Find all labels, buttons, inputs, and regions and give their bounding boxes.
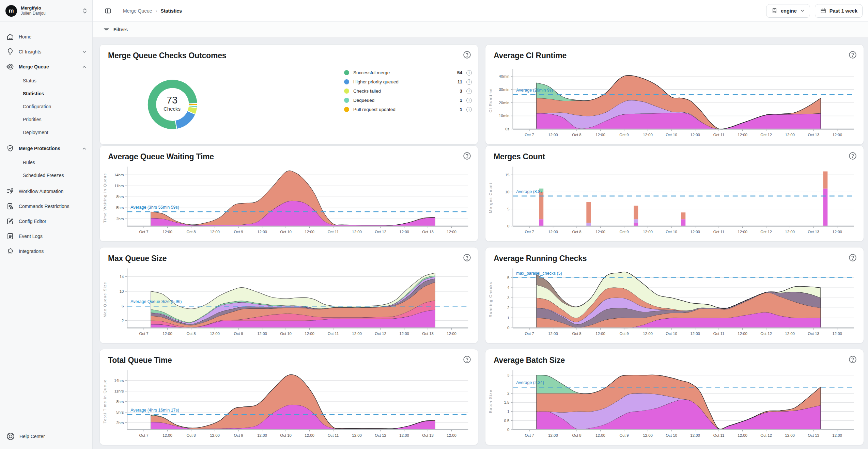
svg-text:2: 2 — [507, 391, 509, 395]
svg-text:12:00: 12:00 — [210, 332, 220, 336]
sidebar-item-commands-restrictions[interactable]: Commands Restrictions — [0, 199, 92, 214]
help-icon[interactable] — [848, 50, 857, 59]
legend-dot — [344, 70, 349, 75]
svg-text:Oct 10: Oct 10 — [666, 230, 677, 234]
svg-text:3: 3 — [507, 296, 509, 300]
svg-text:Oct 11: Oct 11 — [713, 230, 725, 234]
date-range-label: Past 1 week — [830, 8, 857, 14]
info-icon[interactable]: i — [466, 79, 472, 85]
sidebar-item-integrations[interactable]: Integrations — [0, 244, 92, 259]
svg-text:10: 10 — [505, 190, 510, 194]
svg-text:3: 3 — [507, 373, 509, 377]
sidebar-item-merge-queue[interactable]: Merge Queue — [0, 59, 92, 74]
date-range-button[interactable]: Past 1 week — [815, 4, 863, 18]
sidebar-item-merge-protections[interactable]: Merge Protections — [0, 141, 92, 156]
donut-center: 73 Checks — [152, 95, 192, 112]
svg-text:Oct 10: Oct 10 — [666, 133, 677, 137]
calendar-icon — [820, 7, 826, 14]
sidebar-item-workflow-automation[interactable]: Workflow Automation — [0, 184, 92, 199]
svg-text:Average (4hrs 16min 17s): Average (4hrs 16min 17s) — [130, 408, 179, 413]
svg-text:Oct 12: Oct 12 — [375, 230, 386, 234]
svg-text:12:00: 12:00 — [352, 332, 362, 336]
sidebar-item-home[interactable]: Home — [0, 29, 92, 44]
document-lines-icon — [6, 232, 14, 240]
svg-text:Average (3hrs 55min 59s): Average (3hrs 55min 59s) — [130, 205, 179, 210]
svg-text:12:00: 12:00 — [738, 230, 747, 234]
svg-text:12:00: 12:00 — [595, 433, 605, 437]
legend-dot — [344, 107, 349, 112]
svg-text:Oct 10: Oct 10 — [666, 433, 677, 437]
info-icon[interactable]: i — [466, 89, 472, 94]
sidebar-item-scheduled-freezes[interactable]: Scheduled Freezes — [0, 169, 92, 182]
svg-text:12:00: 12:00 — [738, 433, 747, 437]
svg-text:Oct 7: Oct 7 — [139, 433, 148, 437]
puzzle-icon — [6, 247, 14, 255]
svg-text:Oct 8: Oct 8 — [186, 230, 196, 234]
card-title: Max Queue Size — [108, 254, 167, 263]
help-icon[interactable] — [463, 151, 471, 160]
svg-text:Average (8.8): Average (8.8) — [516, 189, 542, 194]
svg-text:8hrs: 8hrs — [116, 400, 124, 404]
svg-text:Oct 10: Oct 10 — [666, 332, 677, 336]
svg-text:14hrs: 14hrs — [114, 379, 124, 383]
breadcrumb-merge-queue[interactable]: Merge Queue — [123, 8, 152, 14]
svg-text:Oct 12: Oct 12 — [375, 332, 386, 336]
legend-item-successful-merge[interactable]: Successful merge 54 i — [344, 68, 472, 77]
sidebar-item-configuration[interactable]: Configuration — [0, 100, 92, 113]
org-switcher[interactable]: m Mergifyio Julien Danjou — [0, 0, 92, 22]
sidebar-item-ci-insights[interactable]: CI Insights — [0, 44, 92, 59]
help-icon[interactable] — [848, 355, 857, 364]
svg-text:max_parallel_checks (5): max_parallel_checks (5) — [516, 271, 562, 276]
legend-item-dequeued[interactable]: Dequeued 1 i — [344, 96, 472, 105]
svg-text:0: 0 — [507, 428, 509, 432]
svg-text:Oct 11: Oct 11 — [328, 230, 339, 234]
svg-text:12:00: 12:00 — [595, 332, 605, 336]
svg-text:12:00: 12:00 — [257, 433, 267, 437]
svg-text:12:00: 12:00 — [305, 433, 314, 437]
svg-text:12:00: 12:00 — [162, 433, 172, 437]
sidebar-toggle-button[interactable] — [103, 6, 113, 16]
repository-name: engine — [781, 8, 797, 14]
legend-item-higher-priority-queued[interactable]: Higher priority queued 11 i — [344, 77, 472, 86]
svg-text:Oct 9: Oct 9 — [234, 433, 243, 437]
sidebar-item-event-logs[interactable]: Event Logs — [0, 229, 92, 244]
sidebar-item-priorities[interactable]: Priorities — [0, 113, 92, 126]
help-icon[interactable] — [463, 50, 471, 59]
sidebar-item-rules[interactable]: Rules — [0, 156, 92, 169]
sidebar-item-label: Commands Restrictions — [19, 204, 69, 209]
svg-text:12:00: 12:00 — [785, 133, 795, 137]
sidebar-item-statistics[interactable]: Statistics — [0, 87, 92, 100]
legend-item-pull-request-updated[interactable]: Pull request updated 1 i — [344, 105, 472, 114]
svg-text:2hrs: 2hrs — [116, 421, 124, 425]
sidebar-item-config-editor[interactable]: Config Editor — [0, 214, 92, 229]
svg-text:12:00: 12:00 — [785, 433, 795, 437]
org-name: Mergifyio — [21, 5, 78, 11]
info-icon[interactable]: i — [466, 107, 472, 112]
svg-text:Oct 7: Oct 7 — [525, 230, 534, 234]
svg-text:Oct 10: Oct 10 — [280, 332, 292, 336]
help-icon[interactable] — [463, 253, 471, 262]
info-icon[interactable]: i — [466, 98, 472, 103]
svg-text:Oct 8: Oct 8 — [572, 433, 581, 437]
help-icon[interactable] — [848, 151, 857, 160]
help-icon[interactable] — [848, 253, 857, 262]
repository-select[interactable]: engine — [766, 4, 810, 18]
help-icon[interactable] — [463, 355, 471, 364]
filters-button[interactable]: Filters — [113, 27, 128, 32]
svg-text:12:00: 12:00 — [447, 433, 456, 437]
svg-text:Oct 8: Oct 8 — [572, 332, 581, 336]
info-icon[interactable]: i — [466, 70, 472, 76]
sidebar-item-status[interactable]: Status — [0, 74, 92, 87]
svg-text:12:00: 12:00 — [643, 332, 653, 336]
legend-dot — [344, 98, 349, 103]
filters-bar: Filters — [93, 22, 868, 38]
svg-text:Oct 13: Oct 13 — [808, 332, 819, 336]
legend-item-checks-failed[interactable]: Checks failed 3 i — [344, 86, 472, 96]
svg-text:2: 2 — [507, 306, 509, 310]
sidebar-item-deployment[interactable]: Deployment — [0, 126, 92, 139]
svg-text:Oct 12: Oct 12 — [760, 230, 772, 234]
svg-text:Oct 9: Oct 9 — [619, 332, 629, 336]
help-center-link[interactable]: Help Center — [0, 424, 92, 449]
sidebar-item-label: Merge Protections — [19, 146, 60, 151]
org-user: Julien Danjou — [21, 11, 78, 16]
